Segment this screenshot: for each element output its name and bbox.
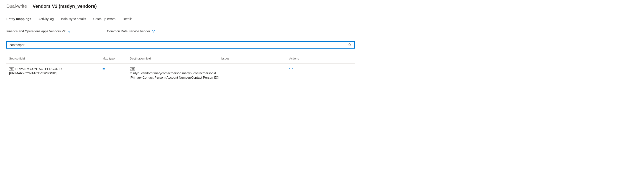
- tab-entity-mappings[interactable]: Entity mappings: [6, 15, 31, 23]
- chevron-right-icon: ›: [29, 4, 30, 9]
- entity-right: Common Data Service.Vendor: [107, 29, 155, 33]
- source-line1: PRIMARYCONTACTPERSONID: [16, 67, 62, 71]
- tab-activity-log[interactable]: Activity log: [38, 15, 54, 23]
- breadcrumb: Dual-write › Vendors V2 (msdyn_vendors): [6, 4, 638, 9]
- header-dest[interactable]: Destination field: [130, 57, 221, 60]
- search-icon[interactable]: [348, 43, 352, 47]
- header-actions[interactable]: Actions: [289, 57, 316, 60]
- header-maptype[interactable]: Map type: [102, 57, 130, 60]
- cell-dest: Abc msdyn_vendorprimarycontactperson.msd…: [130, 67, 221, 80]
- tabs: Entity mappings Activity log Initial syn…: [6, 15, 638, 23]
- entity-right-label: Common Data Service.Vendor: [107, 29, 150, 33]
- mapping-table: Source field Map type Destination field …: [6, 57, 355, 83]
- cell-actions: · · ·: [289, 67, 316, 70]
- filter-icon[interactable]: [68, 30, 70, 33]
- more-actions-icon[interactable]: · · ·: [289, 67, 296, 70]
- header-source[interactable]: Source field: [9, 57, 102, 60]
- equals-icon: =: [102, 67, 105, 71]
- cell-source: AbcPRIMARYCONTACTPERSONID [PRIMARYCONTAC…: [9, 67, 102, 75]
- entity-left-label: Finance and Operations apps.Vendors V2: [6, 29, 66, 33]
- source-line2: [PRIMARYCONTACTPERSONID]: [9, 71, 57, 75]
- dest-text: msdyn_vendorprimarycontactperson.msdyn_c…: [130, 71, 219, 79]
- breadcrumb-current: Vendors V2 (msdyn_vendors): [32, 4, 96, 9]
- table-header: Source field Map type Destination field …: [6, 57, 355, 64]
- entities-row: Finance and Operations apps.Vendors V2 C…: [6, 29, 638, 33]
- svg-point-0: [348, 44, 351, 46]
- filter-icon[interactable]: [152, 30, 155, 33]
- svg-line-1: [350, 46, 352, 47]
- breadcrumb-parent[interactable]: Dual-write: [6, 4, 27, 9]
- search-wrapper[interactable]: [6, 41, 355, 49]
- cell-maptype[interactable]: =: [102, 67, 130, 72]
- tab-initial-sync-details[interactable]: Initial sync details: [61, 15, 86, 23]
- abc-badge-icon: Abc: [9, 67, 14, 70]
- abc-badge-icon: Abc: [130, 67, 135, 70]
- tab-catch-up-errors[interactable]: Catch-up errors: [93, 15, 116, 23]
- table-row[interactable]: AbcPRIMARYCONTACTPERSONID [PRIMARYCONTAC…: [6, 64, 355, 83]
- header-issues[interactable]: Issues: [221, 57, 289, 60]
- search-input[interactable]: [10, 43, 348, 47]
- tab-details[interactable]: Details: [123, 15, 132, 23]
- entity-left: Finance and Operations apps.Vendors V2: [6, 29, 70, 33]
